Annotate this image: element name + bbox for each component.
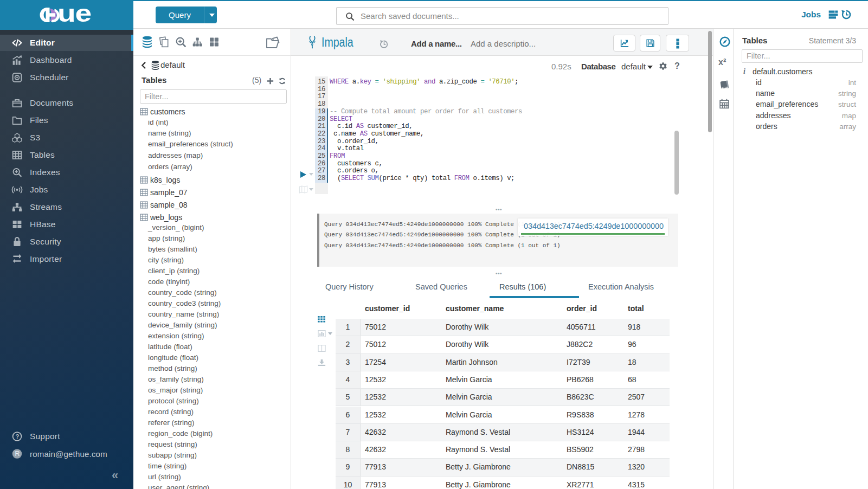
svg-text:ue: ue [57, 1, 91, 28]
svg-text:?: ? [15, 433, 19, 440]
svg-text:R: R [15, 450, 20, 458]
